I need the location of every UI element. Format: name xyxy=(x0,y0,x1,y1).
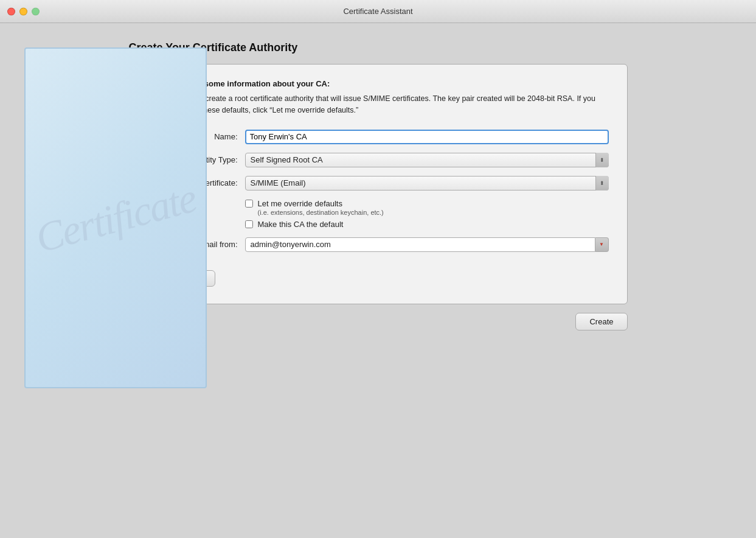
identity-type-wrapper: Self Signed Root CA Intermediate CA CA S… xyxy=(245,153,609,167)
watermark-text: Certificate xyxy=(30,173,201,262)
email-row: Email from: xyxy=(148,237,609,252)
traffic-lights xyxy=(7,7,40,15)
email-dropdown-button[interactable] xyxy=(595,237,609,252)
user-cert-select[interactable]: S/MIME (Email) SSL Server Code Signing xyxy=(245,176,609,190)
description-body: You are about to create a root certifica… xyxy=(148,93,609,116)
identity-type-row: Identity Type: Self Signed Root CA Inter… xyxy=(148,153,609,167)
override-labels: Let me override defaults (i.e. extension… xyxy=(258,199,384,216)
create-button[interactable]: Create xyxy=(575,313,627,330)
checkboxes-section: Let me override defaults (i.e. extension… xyxy=(245,199,609,229)
name-input[interactable] xyxy=(245,130,609,144)
window-title: Certificate Assistant xyxy=(343,7,412,16)
default-ca-checkbox[interactable] xyxy=(245,220,253,228)
titlebar: Certificate Assistant xyxy=(0,0,756,23)
description-title: Please specify some information about yo… xyxy=(148,79,609,88)
default-ca-row: Make this CA the default xyxy=(245,220,609,229)
email-input[interactable] xyxy=(245,237,595,252)
email-wrapper xyxy=(245,237,609,252)
user-cert-wrapper: S/MIME (Email) SSL Server Code Signing xyxy=(245,176,609,190)
identity-type-select[interactable]: Self Signed Root CA Intermediate CA CA S… xyxy=(245,153,609,167)
certificate-watermark: Certificate xyxy=(24,47,207,388)
override-label: Let me override defaults xyxy=(258,199,384,208)
main-content: Certificate Create Your Certificate Auth… xyxy=(0,23,756,538)
minimize-button[interactable] xyxy=(19,7,27,15)
close-button[interactable] xyxy=(7,7,15,15)
maximize-button[interactable] xyxy=(32,7,40,15)
name-row: Name: xyxy=(148,130,609,144)
default-ca-label: Make this CA the default xyxy=(258,220,344,229)
override-sublabel: (i.e. extensions, destination keychain, … xyxy=(258,209,384,216)
user-cert-row: User Certificate: S/MIME (Email) SSL Ser… xyxy=(148,176,609,190)
override-row: Let me override defaults (i.e. extension… xyxy=(245,199,609,216)
override-checkbox[interactable] xyxy=(245,200,253,208)
